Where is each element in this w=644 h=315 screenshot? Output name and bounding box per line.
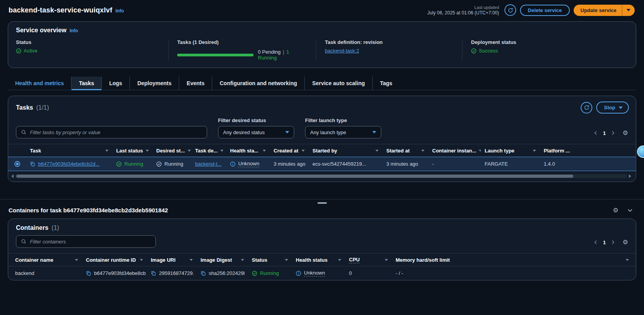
desired-status-select[interactable]: Any desired status [218, 126, 294, 138]
copy-icon [151, 271, 156, 276]
task-row-radio[interactable] [14, 161, 20, 167]
overview-info-link[interactable]: Info [70, 28, 78, 33]
health-status-text[interactable]: Unknown [238, 161, 259, 167]
container-row[interactable]: backend b6477e903fd34ebe8cb 295916874729… [8, 266, 636, 280]
scrollbar-thumb[interactable] [16, 175, 573, 178]
column-label: Launch type [485, 148, 515, 154]
column-header-desired-status[interactable]: Desired st... [152, 144, 191, 157]
copy-runtime-id-button[interactable] [86, 271, 91, 276]
amazon-q-widget-button[interactable] [637, 145, 644, 158]
update-service-menu-button[interactable] [622, 5, 635, 16]
sort-caret-icon [385, 259, 388, 261]
column-header-memory-limit[interactable]: Memory hard/soft limit [392, 254, 636, 266]
containers-settings-button[interactable]: ⚙ [623, 239, 628, 245]
split-panel-collapse-button[interactable] [627, 207, 633, 214]
column-header-task[interactable]: Task [26, 144, 112, 157]
column-header-task-definition[interactable]: Task de... [191, 144, 226, 157]
sort-caret-icon [105, 150, 108, 152]
previous-page-button[interactable] [592, 130, 599, 136]
tab-service-auto-scaling[interactable]: Service auto scaling [304, 77, 372, 90]
sort-caret-icon [375, 150, 379, 152]
launch-type-filter-label: Filter launch type [305, 117, 381, 123]
column-header-last-status[interactable]: Last status [112, 144, 152, 157]
refresh-icon [584, 105, 590, 110]
containers-filter-input[interactable] [30, 239, 151, 245]
tasks-pagination: 1 ⚙ [592, 130, 628, 138]
scroll-right-arrow[interactable] [629, 174, 631, 178]
tab-deployments[interactable]: Deployments [129, 77, 179, 90]
overview-tasks: Tasks (1 Desired) 0 Pending | 1 Running [168, 39, 316, 61]
sort-caret-icon [533, 150, 536, 152]
check-circle-icon [16, 48, 21, 54]
started-by-cell: ecs-svc/54274459219... [309, 161, 382, 167]
column-header-runtime-id[interactable]: Container runtime ID [82, 254, 147, 266]
split-panel-settings-button[interactable]: ⚙ [613, 207, 618, 214]
column-header-platform-version[interactable]: Platform ... [540, 144, 636, 157]
check-circle-icon [252, 271, 257, 276]
created-at-cell: 3 minutes ago [270, 161, 309, 167]
overview-title: Service overview [16, 27, 66, 34]
column-header-image-digest[interactable]: Image Digest [197, 254, 248, 266]
copy-image-digest-button[interactable] [201, 271, 206, 276]
task-id-link[interactable]: b6477e903fd34ebe8cb2d... [38, 161, 99, 167]
container-health-text[interactable]: Unknown [304, 270, 325, 276]
column-label: Status [252, 257, 267, 263]
tab-tags[interactable]: Tags [372, 77, 400, 90]
row-task-definition-link[interactable]: backend-t... [195, 161, 222, 167]
tasks-filter-input[interactable] [30, 130, 202, 135]
next-page-button[interactable] [609, 239, 616, 246]
copy-image-uri-button[interactable] [151, 271, 156, 276]
task-row[interactable]: b6477e903fd34ebe8cb2d... Running Running… [8, 157, 636, 171]
task-row-select-cell [8, 161, 26, 167]
column-header-health-status[interactable]: Health sta... [226, 144, 270, 157]
status-text: Active [24, 48, 37, 54]
column-header-started-by[interactable]: Started by [309, 144, 382, 157]
containers-filter-search [16, 235, 156, 248]
copy-task-id-button[interactable] [30, 161, 35, 167]
column-label: Container name [15, 257, 53, 263]
tasks-count: (1/1) [36, 104, 49, 111]
tab-events[interactable]: Events [179, 77, 212, 90]
column-header-status[interactable]: Status [248, 254, 292, 266]
tasks-refresh-button[interactable] [581, 102, 592, 114]
stop-button[interactable]: Stop [596, 102, 629, 114]
scroll-left-arrow[interactable] [11, 174, 14, 178]
update-service-button[interactable]: Update service [574, 5, 622, 16]
launch-type-select[interactable]: Any launch type [305, 126, 381, 138]
overview-deployment-status: Deployment status Success [462, 39, 628, 61]
tab-tasks[interactable]: Tasks [71, 77, 101, 90]
column-label: Platform ... [544, 148, 570, 154]
task-definition-link[interactable]: backend-task:2 [325, 48, 359, 54]
page-info-link[interactable]: Info [115, 8, 124, 14]
tab-logs[interactable]: Logs [101, 77, 129, 90]
tasks-settings-button[interactable]: ⚙ [623, 130, 628, 136]
column-header-container-name[interactable]: Container name [8, 254, 82, 266]
chevron-down-icon [285, 131, 289, 133]
current-page[interactable]: 1 [602, 240, 607, 245]
previous-page-button[interactable] [592, 239, 599, 246]
tab-health-and-metrics[interactable]: Health and metrics [8, 77, 71, 90]
tasks-table: Task Last status Desired st... Task de..… [8, 144, 636, 178]
scrollbar-track[interactable] [15, 174, 627, 178]
pending-count: 0 Pending [258, 49, 281, 55]
deployment-status-text: Success [479, 48, 498, 54]
containers-panel: Containers (1) 1 ⚙ Container name Contai… [8, 219, 636, 280]
column-header-health-status[interactable]: Health status [292, 254, 345, 266]
column-header-created-at[interactable]: Created at [270, 144, 309, 157]
column-header-container-instance[interactable]: Container instan... [428, 144, 481, 157]
check-circle-icon [116, 161, 122, 167]
containers-panel-head: Containers (1) [8, 224, 636, 231]
next-page-button[interactable] [609, 130, 616, 136]
tab-configuration-and-networking[interactable]: Configuration and networking [212, 77, 304, 90]
tasks-filters-row: Filter desired status Any desired status… [8, 114, 636, 144]
horizontal-scrollbar [11, 174, 631, 178]
column-header-cpu[interactable]: CPU [345, 254, 392, 266]
column-header-image-uri[interactable]: Image URI [147, 254, 197, 266]
refresh-button[interactable] [504, 4, 516, 16]
column-header-launch-type[interactable]: Launch type [481, 144, 540, 157]
current-page[interactable]: 1 [602, 130, 607, 136]
column-label: Created at [274, 148, 298, 154]
chevron-left-icon [593, 130, 599, 136]
column-header-started-at[interactable]: Started at [382, 144, 428, 157]
delete-service-button[interactable]: Delete service [520, 5, 569, 16]
